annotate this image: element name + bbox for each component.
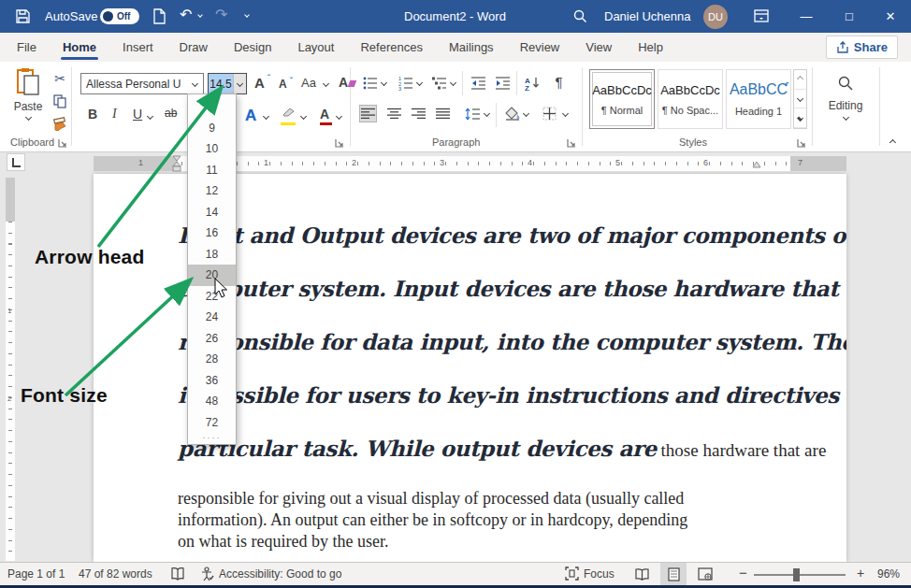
bullets-chevron-icon[interactable] xyxy=(381,79,387,86)
vertical-ruler[interactable]: 1 2 xyxy=(6,178,15,561)
autosave-toggle[interactable]: Off xyxy=(100,8,139,24)
search-icon[interactable] xyxy=(572,8,587,23)
numbering-chevron-icon[interactable] xyxy=(416,79,423,86)
multilevel-list-button[interactable] xyxy=(430,74,448,92)
new-document-icon[interactable] xyxy=(152,8,166,24)
quick-access-more-icon[interactable] xyxy=(244,12,250,18)
styles-dialog-launcher[interactable] xyxy=(797,138,806,148)
change-case-chevron-icon[interactable] xyxy=(323,80,329,87)
avatar[interactable]: DU xyxy=(703,5,728,29)
accessibility-icon[interactable] xyxy=(200,566,214,581)
underline-chevron-icon[interactable] xyxy=(147,113,153,120)
editing-button[interactable]: Editing xyxy=(819,69,872,135)
share-button[interactable]: Share xyxy=(826,36,898,59)
tab-selector[interactable] xyxy=(7,153,25,171)
strikethrough-button[interactable]: ab xyxy=(165,107,177,120)
web-layout-button[interactable] xyxy=(692,563,718,585)
tab-references[interactable]: References xyxy=(347,33,435,62)
close-button[interactable]: ✕ xyxy=(870,0,911,33)
tab-insert[interactable]: Insert xyxy=(109,33,166,62)
font-color-button[interactable]: A xyxy=(320,107,329,122)
tab-review[interactable]: Review xyxy=(507,33,573,62)
underline-button[interactable]: U xyxy=(133,107,142,122)
increase-indent-button[interactable] xyxy=(494,74,512,92)
read-mode-button[interactable] xyxy=(629,563,655,585)
zoom-slider-thumb[interactable] xyxy=(793,568,800,581)
line-spacing-chevron-icon[interactable] xyxy=(484,110,490,117)
tab-mailings[interactable]: Mailings xyxy=(436,33,507,62)
font-size-option[interactable]: 14 xyxy=(188,202,236,223)
font-size-dropdown-button[interactable] xyxy=(233,74,246,93)
font-dialog-launcher[interactable] xyxy=(335,138,344,148)
highlight-button[interactable] xyxy=(281,107,296,122)
italic-button[interactable]: I xyxy=(112,107,117,122)
borders-button[interactable] xyxy=(541,105,558,122)
style-heading1[interactable]: AaBbCƇ Heading 1 xyxy=(726,69,791,129)
clipboard-dialog-launcher[interactable] xyxy=(58,138,67,148)
proofing-icon[interactable] xyxy=(170,566,185,581)
clear-formatting-button[interactable]: A xyxy=(339,75,348,90)
line-spacing-button[interactable] xyxy=(464,105,482,122)
bullets-button[interactable] xyxy=(361,74,379,92)
tab-help[interactable]: Help xyxy=(625,33,676,62)
user-name[interactable]: Daniel Uchenna xyxy=(604,9,691,23)
font-size-option-selected[interactable]: 20 xyxy=(188,265,236,286)
collapse-ribbon-icon[interactable] xyxy=(889,139,896,146)
print-layout-button[interactable] xyxy=(660,563,687,585)
shading-button[interactable] xyxy=(503,105,521,122)
justify-button[interactable] xyxy=(434,105,452,122)
style-normal[interactable]: AaBbCcDc ¶ Normal xyxy=(589,69,655,129)
font-size-option[interactable]: 16 xyxy=(188,222,236,244)
focus-button[interactable]: Focus xyxy=(584,567,615,581)
font-size-option[interactable]: 22 xyxy=(188,286,236,308)
font-size-option[interactable]: 36 xyxy=(188,370,236,392)
font-size-option[interactable]: 9 xyxy=(188,118,236,139)
maximize-button[interactable]: □ xyxy=(829,0,870,33)
style-no-spacing[interactable]: AaBbCcDc ¶ No Spac... xyxy=(658,69,723,129)
zoom-in-button[interactable]: + xyxy=(857,566,864,581)
align-right-button[interactable] xyxy=(410,105,427,122)
zoom-level[interactable]: 96% xyxy=(877,567,900,581)
show-hide-marks-button[interactable]: ¶ xyxy=(550,73,568,91)
ribbon-display-options-icon[interactable] xyxy=(754,9,769,22)
font-size-option[interactable]: 28 xyxy=(188,349,236,370)
font-size-combobox[interactable]: 14.5 xyxy=(208,73,247,94)
undo-icon[interactable]: ↶ xyxy=(180,6,192,23)
font-size-option[interactable]: 72 xyxy=(188,412,236,434)
zoom-slider-track[interactable] xyxy=(754,574,846,576)
paragraph-dialog-launcher[interactable] xyxy=(567,138,576,148)
font-size-option[interactable]: 8 xyxy=(188,96,236,118)
page-indicator[interactable]: Page 1 of 1 xyxy=(7,567,65,581)
accessibility-status[interactable]: Accessibility: Good to go xyxy=(219,567,341,581)
borders-chevron-icon[interactable] xyxy=(562,110,569,117)
styles-more-button[interactable] xyxy=(794,108,806,128)
save-icon[interactable] xyxy=(15,8,31,24)
zoom-out-button[interactable]: − xyxy=(739,565,747,581)
numbering-button[interactable]: 123 xyxy=(397,74,414,92)
align-left-button[interactable] xyxy=(359,105,377,122)
highlight-chevron-icon[interactable] xyxy=(300,113,307,120)
shading-chevron-icon[interactable] xyxy=(523,110,529,117)
font-size-option[interactable]: 12 xyxy=(188,180,236,202)
tab-layout[interactable]: Layout xyxy=(284,33,347,62)
grow-font-button[interactable]: Aˆ xyxy=(254,75,265,91)
align-center-button[interactable] xyxy=(385,105,403,122)
tab-home[interactable]: Home xyxy=(50,33,109,62)
multilevel-chevron-icon[interactable] xyxy=(450,79,456,86)
font-size-option[interactable]: 48 xyxy=(188,391,236,412)
paste-button[interactable]: Paste xyxy=(7,67,49,135)
word-count[interactable]: 47 of 82 words xyxy=(79,567,152,581)
font-size-option[interactable]: 26 xyxy=(188,328,236,350)
tab-draw[interactable]: Draw xyxy=(166,33,221,62)
bold-button[interactable]: B xyxy=(88,107,97,122)
font-name-chevron-icon[interactable] xyxy=(192,80,198,87)
tab-design[interactable]: Design xyxy=(221,33,284,62)
cut-button[interactable]: ✂ xyxy=(51,69,69,88)
right-indent-marker[interactable] xyxy=(752,161,761,170)
font-size-option[interactable]: 18 xyxy=(188,244,236,265)
tab-view[interactable]: View xyxy=(572,33,625,62)
font-size-option[interactable]: 10 xyxy=(188,138,236,160)
styles-scroll-down[interactable] xyxy=(794,90,806,109)
styles-scroll-up[interactable] xyxy=(794,70,806,90)
shrink-font-button[interactable]: Aˇ xyxy=(279,78,287,91)
